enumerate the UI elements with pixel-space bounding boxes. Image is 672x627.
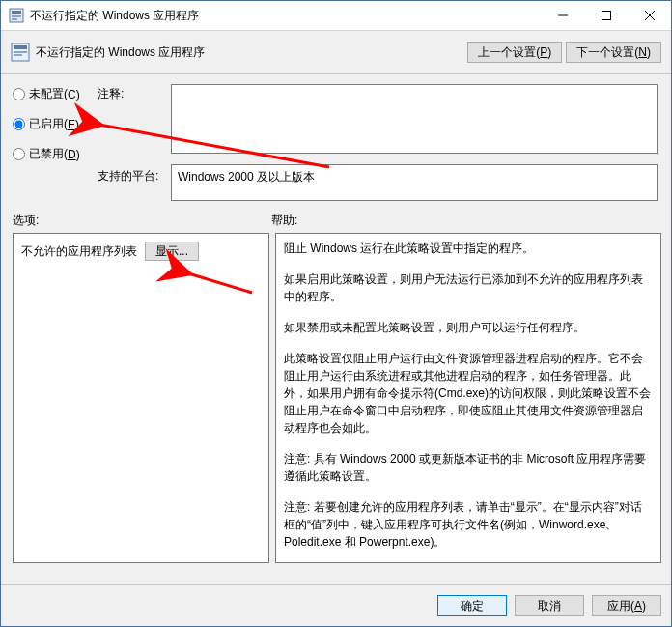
options-panel: 不允许的应用程序列表 显示... <box>13 233 269 563</box>
help-text: 如果启用此策略设置，则用户无法运行已添加到不允许的应用程序列表中的程序。 <box>284 271 653 305</box>
apply-button[interactable]: 应用(A) <box>592 595 661 616</box>
radio-enabled[interactable]: 已启用(E) <box>13 116 98 132</box>
titlebar: 不运行指定的 Windows 应用程序 <box>1 1 671 31</box>
body: 未配置(C) 已启用(E) 已禁用(D) 注释: 支持的平台: Windows … <box>1 74 671 571</box>
platform-label: 支持的平台: <box>98 168 171 185</box>
comment-label: 注释: <box>98 86 171 102</box>
header: 不运行指定的 Windows 应用程序 上一个设置(P) 下一个设置(N) <box>1 31 671 74</box>
option-row: 不允许的应用程序列表 显示... <box>21 242 261 261</box>
field-inputs: Windows 2000 及以上版本 <box>171 84 661 201</box>
ok-button[interactable]: 确定 <box>437 595 507 616</box>
radio-disabled-input[interactable] <box>13 148 25 160</box>
help-text: 注意: 具有 Windows 2000 或更新版本证书的非 Microsoft … <box>284 450 653 485</box>
disallowed-list-label: 不允许的应用程序列表 <box>21 243 137 260</box>
radio-not-configured-input[interactable] <box>13 88 25 100</box>
window-title: 不运行指定的 Windows 应用程序 <box>30 8 541 24</box>
radio-enabled-input[interactable] <box>13 118 25 130</box>
comment-input[interactable] <box>171 84 658 154</box>
state-radios: 未配置(C) 已启用(E) 已禁用(D) <box>13 84 98 176</box>
svg-rect-10 <box>14 51 27 53</box>
footer: 确定 取消 应用(A) <box>1 584 671 626</box>
help-label: 帮助: <box>271 213 530 229</box>
svg-rect-9 <box>14 45 27 49</box>
svg-rect-2 <box>12 15 21 17</box>
close-button[interactable] <box>628 1 671 30</box>
prev-setting-button[interactable]: 上一个设置(P) <box>467 42 562 63</box>
help-panel[interactable]: 阻止 Windows 运行在此策略设置中指定的程序。 如果启用此策略设置，则用户… <box>275 233 661 563</box>
policy-title: 不运行指定的 Windows 应用程序 <box>36 44 463 61</box>
titlebar-buttons <box>541 1 671 30</box>
section-labels: 选项: 帮助: <box>13 213 661 229</box>
maximize-button[interactable] <box>584 1 628 30</box>
policy-icon <box>11 43 30 62</box>
radio-not-configured[interactable]: 未配置(C) <box>13 86 98 102</box>
help-text: 此策略设置仅阻止用户运行由文件资源管理器进程启动的程序。它不会阻止用户运行由系统… <box>284 350 653 437</box>
window: 不运行指定的 Windows 应用程序 不运行指定的 Windows 应用程序 … <box>0 0 672 627</box>
show-button[interactable]: 显示... <box>145 242 199 261</box>
cancel-button[interactable]: 取消 <box>515 595 584 616</box>
app-icon <box>9 8 24 23</box>
help-text: 注意: 若要创建允许的应用程序列表，请单击“显示”。在“显示内容”对话框的“值”… <box>284 499 653 551</box>
minimize-button[interactable] <box>541 1 584 30</box>
two-column: 不允许的应用程序列表 显示... 阻止 Windows 运行在此策略设置中指定的… <box>13 233 661 563</box>
config-row: 未配置(C) 已启用(E) 已禁用(D) 注释: 支持的平台: Windows … <box>13 84 661 201</box>
platform-box: Windows 2000 及以上版本 <box>171 164 658 201</box>
help-text: 阻止 Windows 运行在此策略设置中指定的程序。 <box>284 240 653 257</box>
svg-rect-5 <box>602 12 610 20</box>
svg-rect-11 <box>14 54 22 56</box>
svg-rect-3 <box>12 18 17 20</box>
next-setting-button[interactable]: 下一个设置(N) <box>566 42 661 63</box>
radio-disabled[interactable]: 已禁用(D) <box>13 146 98 162</box>
field-labels: 注释: 支持的平台: <box>98 84 171 185</box>
options-label: 选项: <box>13 213 271 229</box>
svg-rect-1 <box>12 11 21 14</box>
help-text: 如果禁用或未配置此策略设置，则用户可以运行任何程序。 <box>284 319 653 336</box>
